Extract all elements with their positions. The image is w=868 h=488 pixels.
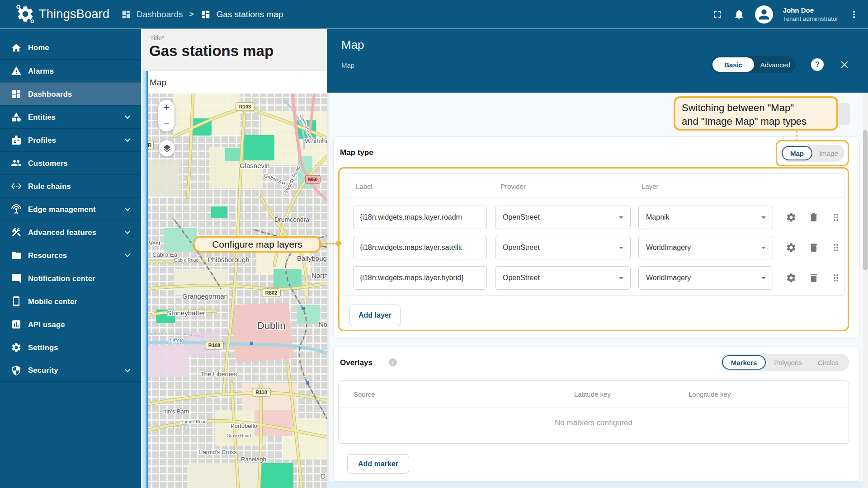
chevron-down-icon [122, 227, 133, 238]
layer-label-value[interactable] [360, 274, 480, 282]
layer-label-input[interactable] [353, 206, 487, 229]
sidebar-item-customers[interactable]: Customers [0, 151, 141, 174]
sidebar-item-edge-management[interactable]: Edge management [0, 197, 141, 221]
fullscreen-icon[interactable] [712, 9, 723, 20]
zoom-out-button[interactable]: − [158, 116, 175, 132]
sidebar-item-resources[interactable]: Resources [0, 244, 141, 267]
zoom-in-button[interactable]: + [158, 100, 175, 116]
sidebar-item-mobile-center[interactable]: Mobile center [0, 290, 141, 313]
basic-advanced-toggle: Basic Advanced [711, 56, 796, 73]
layer-delete-button[interactable] [808, 242, 819, 253]
chevron-down-icon [616, 272, 627, 283]
layer-layer-select[interactable]: Mapnik [638, 206, 773, 229]
sidebar-item-profiles[interactable]: Profiles [0, 128, 141, 151]
layer-provider-select[interactable]: OpenStreet [495, 236, 631, 259]
map-image-toggle: Map Image [780, 145, 844, 162]
customers-icon [11, 158, 22, 169]
layer-settings-button[interactable] [786, 272, 797, 283]
resources-icon [11, 250, 22, 261]
column-latitude-key: Latitude key [574, 390, 611, 398]
sidebar-item-notification-center[interactable]: Notification center [0, 267, 141, 290]
sidebar-item-rule-chains[interactable]: Rule chains [0, 174, 141, 197]
layer-delete-button[interactable] [808, 272, 819, 283]
chevron-down-icon [758, 242, 769, 253]
tab-circles[interactable]: Circles [809, 354, 847, 371]
close-icon[interactable] [839, 59, 850, 70]
widget-title-field[interactable]: Title* Gas stations map [141, 29, 327, 71]
add-marker-button[interactable]: Add marker [347, 454, 409, 474]
sidebar-item-home[interactable]: Home [0, 36, 141, 59]
map-type-option-map[interactable]: Map [782, 146, 812, 160]
panel-title: Map [341, 38, 364, 52]
svg-text:R802: R802 [265, 290, 277, 296]
security-icon [11, 365, 22, 376]
svg-text:R103: R103 [239, 104, 251, 109]
add-layer-button[interactable]: Add layer [349, 305, 401, 326]
sidebar-item-settings[interactable]: Settings [0, 336, 141, 359]
settings-icon [11, 342, 22, 353]
svg-text:R108: R108 [208, 343, 220, 348]
svg-text:Ballybough: Ballybough [297, 254, 327, 262]
breadcrumb: Dashboards > Gas stations map [120, 0, 283, 29]
sidebar-item-dashboards[interactable]: Dashboards [0, 82, 141, 105]
layer-drag-handle[interactable] [830, 212, 841, 223]
sidebar-item-alarms[interactable]: Alarms [0, 59, 141, 82]
map-type-option-image[interactable]: Image [814, 145, 844, 162]
layer-provider-select[interactable]: OpenStreet [495, 266, 631, 290]
layer-provider-select[interactable]: OpenStreet [495, 206, 631, 229]
svg-text:Nort: Nort [319, 320, 327, 328]
thingsboard-logo[interactable]: ThingsBoard [15, 4, 109, 24]
layer-layer-select[interactable]: WorldImagery [638, 266, 773, 290]
layer-settings-button[interactable] [786, 212, 797, 223]
map-layers-button[interactable] [158, 140, 175, 157]
trash-icon [808, 212, 819, 223]
panel-bottom-strip [327, 481, 868, 488]
sidebar-item-advanced-features[interactable]: Advanced features [0, 221, 141, 244]
chevron-down-icon [122, 227, 133, 238]
toggle-advanced[interactable]: Advanced [756, 56, 794, 73]
tab-markers[interactable]: Markers [722, 355, 766, 370]
sidebar-item-label: Dashboards [28, 90, 72, 99]
security-icon [11, 365, 22, 376]
svg-text:Vest: Vest [149, 240, 160, 247]
advanced-icon [11, 227, 22, 238]
breadcrumb-dashboards[interactable]: Dashboards [120, 9, 183, 20]
toggle-basic[interactable]: Basic [712, 57, 754, 72]
panel-scrollbar-thumb[interactable] [863, 130, 868, 270]
more-vert-icon[interactable] [848, 9, 860, 20]
customers-icon [11, 158, 22, 169]
home-icon [11, 42, 22, 53]
layer-label-value[interactable] [360, 213, 480, 221]
layer-label-input[interactable] [353, 266, 487, 290]
user-avatar[interactable] [755, 5, 773, 23]
sidebar-item-api-usage[interactable]: API usage [0, 313, 141, 336]
svg-text:Cabra Road: Cabra Road [174, 258, 198, 263]
notifications-bell-icon[interactable] [733, 9, 745, 20]
layer-label-input[interactable] [353, 236, 487, 259]
svg-text:Parnell Road: Parnell Road [180, 419, 207, 424]
breadcrumb-current[interactable]: Gas stations map [200, 9, 283, 20]
no-markers-text: No markers configured [338, 418, 849, 427]
map-canvas[interactable]: R103M50RR802R108R110 WhitehaDublin Tunne… [148, 94, 327, 488]
help-button[interactable]: ? [811, 58, 824, 71]
sidebar-item-security[interactable]: Security [0, 359, 141, 382]
overlays-tabs: Markers Polygons Circles [721, 354, 849, 371]
drop-icon [758, 272, 769, 283]
layer-drag-handle[interactable] [830, 272, 841, 283]
dashboard-icon [11, 89, 22, 99]
sidebar-item-entities[interactable]: Entities [0, 105, 141, 128]
notification-icon [11, 273, 22, 284]
tab-polygons[interactable]: Polygons [767, 354, 809, 371]
layer-label-value[interactable] [360, 244, 480, 252]
layer-layer-select[interactable]: WorldImagery [638, 236, 773, 259]
layer-settings-button[interactable] [786, 242, 797, 253]
layer-delete-button[interactable] [808, 212, 819, 223]
alarm-icon [11, 66, 22, 76]
column-longitude-key: Longitude key [689, 390, 731, 398]
chevron-down-icon [758, 212, 769, 223]
chevron-down-icon [122, 204, 133, 215]
gear-icon [786, 242, 797, 253]
layer-drag-handle[interactable] [830, 242, 841, 253]
sidebar-nav: HomeAlarmsDashboardsEntitiesProfilesCust… [0, 29, 141, 488]
callout-map-type: Switching between "Map" and "Image Map" … [674, 96, 838, 131]
